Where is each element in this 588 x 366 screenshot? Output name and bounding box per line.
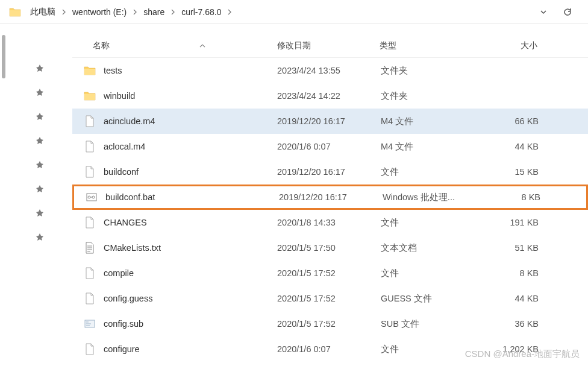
table-row[interactable]: acinclude.m42019/12/20 16:17M4 文件66 KB — [72, 109, 588, 134]
pin-icon[interactable] — [34, 87, 45, 98]
file-size: 44 KB — [489, 142, 549, 151]
breadcrumb-label: share — [141, 7, 167, 17]
breadcrumb-item[interactable]: wentworth (E:) — [70, 7, 141, 17]
pin-icon[interactable] — [34, 111, 45, 122]
table-row[interactable]: aclocal.m42020/1/6 0:07M4 文件44 KB — [72, 134, 588, 159]
table-row[interactable]: tests2023/4/24 13:55文件夹 — [72, 58, 588, 83]
file-icon — [83, 216, 96, 229]
file-type: Windows 批处理... — [383, 192, 491, 203]
file-date: 2020/1/5 17:52 — [277, 268, 381, 278]
file-size: 191 KB — [489, 218, 549, 227]
file-date: 2020/1/6 0:07 — [277, 142, 381, 151]
chevron-right-icon — [58, 9, 70, 15]
folder-icon — [83, 89, 96, 103]
file-size: 66 KB — [489, 116, 549, 126]
file-type: GUESS 文件 — [381, 293, 489, 304]
file-name: aclocal.m4 — [104, 142, 277, 151]
scrollbar-thumb[interactable] — [2, 35, 5, 78]
file-name: CHANGES — [104, 218, 277, 227]
file-icon — [83, 165, 96, 178]
folder-icon — [83, 64, 96, 77]
file-size: 8 KB — [489, 268, 549, 278]
file-type: 文件 — [381, 166, 489, 178]
file-date: 2023/4/24 13:55 — [277, 66, 381, 75]
file-name: acinclude.m4 — [104, 116, 277, 126]
table-row[interactable]: config.guess2020/1/5 17:52GUESS 文件44 KB — [72, 286, 588, 311]
svg-rect-1 — [84, 69, 95, 75]
file-list: tests2023/4/24 13:55文件夹winbuild2023/4/24… — [72, 58, 588, 362]
file-size: 44 KB — [489, 294, 549, 303]
file-date: 2020/1/5 17:50 — [277, 243, 381, 253]
sub-icon — [83, 317, 96, 330]
file-name: tests — [104, 66, 277, 75]
sidebar — [0, 24, 72, 366]
breadcrumb-item[interactable]: curl-7.68.0 — [179, 7, 236, 17]
column-headers: 名称 修改日期 类型 大小 — [72, 34, 588, 58]
file-icon — [83, 115, 96, 128]
file-name: configure — [104, 344, 277, 354]
table-row[interactable]: config.sub2020/1/5 17:52SUB 文件36 KB — [72, 311, 588, 336]
chevron-right-icon — [167, 9, 179, 15]
header-type[interactable]: 类型 — [380, 40, 488, 51]
file-type: 文件夹 — [381, 90, 489, 102]
text-icon — [83, 241, 96, 254]
file-size: 51 KB — [489, 243, 549, 253]
file-date: 2019/12/20 16:17 — [279, 192, 383, 202]
breadcrumb-item[interactable]: 此电脑 — [28, 7, 70, 17]
table-row[interactable]: winbuild2023/4/24 14:22文件夹 — [72, 83, 588, 109]
scrollbar-track[interactable] — [0, 24, 7, 366]
file-date: 2023/4/24 14:22 — [277, 91, 381, 101]
file-type: M4 文件 — [381, 116, 489, 127]
chevron-right-icon — [224, 9, 236, 15]
pin-icon[interactable] — [34, 183, 45, 194]
pin-icon[interactable] — [34, 63, 45, 74]
file-icon — [83, 140, 96, 153]
header-name[interactable]: 名称 — [72, 40, 277, 51]
file-size: 8 KB — [491, 192, 551, 202]
chevron-right-icon — [129, 9, 141, 15]
svg-rect-2 — [84, 94, 95, 100]
file-size: 1,202 KB — [489, 344, 549, 354]
file-date: 2020/1/8 14:33 — [277, 218, 381, 227]
table-row[interactable]: buildconf.bat2019/12/20 16:17Windows 批处理… — [72, 185, 588, 210]
file-type: M4 文件 — [381, 141, 489, 153]
file-name: buildconf.bat — [105, 192, 279, 202]
breadcrumb: 此电脑wentworth (E:)sharecurl-7.68.0 — [28, 7, 537, 17]
table-row[interactable]: CHANGES2020/1/8 14:33文件191 KB — [72, 210, 588, 235]
file-icon — [83, 342, 96, 356]
breadcrumb-label: curl-7.68.0 — [179, 7, 224, 17]
file-type: SUB 文件 — [381, 318, 489, 330]
header-date[interactable]: 修改日期 — [277, 40, 380, 51]
file-date: 2020/1/6 0:07 — [277, 344, 381, 354]
file-list-area: 名称 修改日期 类型 大小 tests2023/4/24 13:55文件夹win… — [72, 24, 588, 366]
file-name: config.sub — [104, 319, 277, 329]
file-icon — [83, 267, 96, 280]
table-row[interactable]: buildconf2019/12/20 16:17文件15 KB — [72, 159, 588, 185]
table-row[interactable]: compile2020/1/5 17:52文件8 KB — [72, 260, 588, 286]
file-icon — [83, 292, 96, 305]
folder-icon — [8, 7, 22, 17]
dropdown-icon[interactable] — [537, 6, 549, 18]
file-type: 文件 — [381, 268, 489, 279]
file-name: winbuild — [104, 91, 277, 101]
table-row[interactable]: configure2020/1/6 0:07文件1,202 KB — [72, 336, 588, 362]
file-name: compile — [104, 268, 277, 278]
breadcrumb-label: wentworth (E:) — [70, 7, 129, 17]
file-type: 文件夹 — [381, 65, 489, 77]
header-size[interactable]: 大小 — [488, 40, 548, 51]
main-content: 名称 修改日期 类型 大小 tests2023/4/24 13:55文件夹win… — [0, 24, 588, 366]
pin-icon[interactable] — [34, 207, 45, 218]
pin-icon[interactable] — [34, 135, 45, 146]
file-type: 文件 — [381, 217, 489, 229]
quick-access-pins — [7, 24, 72, 366]
pin-icon[interactable] — [34, 159, 45, 170]
pin-icon[interactable] — [34, 232, 45, 242]
file-name: config.guess — [104, 294, 277, 303]
svg-rect-0 — [10, 10, 20, 16]
table-row[interactable]: CMakeLists.txt2020/1/5 17:50文本文档51 KB — [72, 235, 588, 260]
file-type: 文本文档 — [381, 242, 489, 254]
refresh-icon[interactable] — [561, 6, 574, 18]
bat-icon — [85, 191, 98, 204]
breadcrumb-item[interactable]: share — [141, 7, 179, 17]
file-name: buildconf — [104, 167, 277, 177]
